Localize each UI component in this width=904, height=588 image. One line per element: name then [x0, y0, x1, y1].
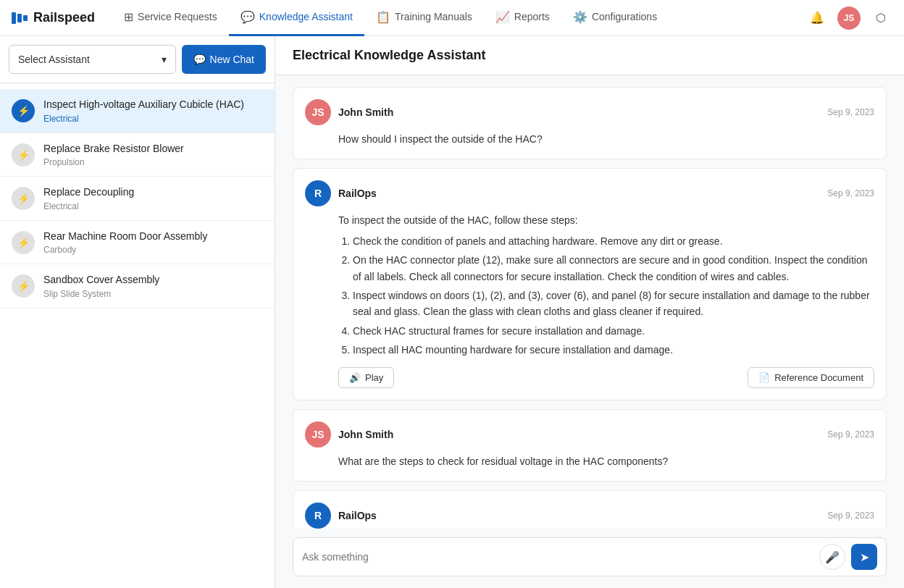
chevron-down-icon: ▾: [162, 54, 167, 65]
sidebar-item-5[interactable]: ⚡ Sandbox Cover Assembly Slip Slide Syst…: [0, 264, 275, 308]
nav-actions: 🔔 JS ⬡: [805, 7, 892, 30]
sidebar-list: ⚡ Inspect High-voltage Auxiliary Cubicle…: [0, 83, 275, 588]
nav-service-requests-label: Service Requests: [138, 11, 217, 22]
message-sender-2: R RailOps: [305, 180, 377, 206]
new-chat-button[interactable]: 💬 New Chat: [182, 45, 266, 74]
nav-knowledge-assistant[interactable]: 💬 Knowledge Assistant: [229, 0, 364, 36]
message-date-1: Sep 9, 2023: [827, 107, 874, 117]
reference-doc-button-1[interactable]: 📄 Reference Document: [748, 367, 874, 388]
sidebar-item-2[interactable]: ⚡ Replace Brake Resistor Blower Propulsi…: [0, 133, 275, 177]
user-avatar[interactable]: JS: [837, 7, 861, 30]
new-chat-label: New Chat: [210, 54, 254, 65]
bot-avatar-1: R: [305, 180, 331, 206]
sender-name-1: John Smith: [338, 106, 393, 118]
configurations-icon: ⚙️: [573, 10, 587, 24]
ref-doc-label-1: Reference Document: [774, 372, 863, 383]
sidebar: Select Assistant ▾ 💬 New Chat ⚡ Inspect …: [0, 36, 275, 588]
message-header-2: R RailOps Sep 9, 2023: [305, 180, 874, 206]
message-text-2: To inspect the outside of the HAC, follo…: [338, 212, 874, 358]
message-header-1: JS John Smith Sep 9, 2023: [305, 99, 874, 125]
message-sender-1: JS John Smith: [305, 99, 393, 125]
sidebar-item-content-5: Sandbox Cover Assembly Slip Slide System: [43, 273, 263, 299]
sidebar-item-content-3: Replace Decoupling Electrical: [43, 185, 263, 211]
bot-list-item-1-1: Check the condition of panels and attach…: [353, 233, 874, 249]
message-text-1: How should I inspect the outside of the …: [338, 131, 874, 147]
message-date-2: Sep 9, 2023: [827, 188, 874, 198]
sidebar-item-subtitle-1: Electrical: [43, 114, 263, 124]
nav-configurations[interactable]: ⚙️ Configurations: [561, 0, 669, 36]
sidebar-item-title-4: Rear Machine Room Door Assembly: [43, 230, 263, 244]
brand-name: Railspeed: [33, 10, 95, 25]
sidebar-item-title-1: Inspect High-voltage Auxiliary Cubicle (…: [43, 98, 263, 112]
sidebar-item-icon-3: ⚡: [12, 187, 35, 210]
chat-input[interactable]: [302, 551, 813, 563]
sidebar-item-subtitle-2: Propulsion: [43, 157, 263, 167]
message-header-4: R RailOps Sep 9, 2023: [305, 503, 874, 529]
message-date-3: Sep 9, 2023: [827, 429, 874, 440]
sidebar-header: Select Assistant ▾ 💬 New Chat: [0, 36, 275, 83]
microphone-button[interactable]: 🎤: [819, 544, 845, 570]
user-avatar-1: JS: [305, 99, 331, 125]
chat-messages: JS John Smith Sep 9, 2023 How should I i…: [275, 75, 904, 529]
nav-service-requests[interactable]: ⊞ Service Requests: [112, 0, 229, 36]
chat-area: Electrical Knowledge Assistant JS John S…: [275, 36, 904, 588]
brand-logo[interactable]: Railspeed: [12, 10, 95, 25]
message-date-4: Sep 9, 2023: [827, 511, 874, 521]
nav-reports-label: Reports: [514, 11, 550, 22]
sidebar-item-icon-1: ⚡: [12, 99, 35, 122]
logo-icon: [12, 12, 28, 24]
message-bot-1: R RailOps Sep 9, 2023 To inspect the out…: [293, 168, 887, 400]
top-navigation: Railspeed ⊞ Service Requests 💬 Knowledge…: [0, 0, 904, 36]
nav-knowledge-assistant-label: Knowledge Assistant: [259, 11, 353, 22]
sender-name-3: John Smith: [338, 429, 393, 440]
knowledge-assistant-icon: 💬: [240, 10, 255, 24]
play-label-1: Play: [365, 372, 383, 383]
sidebar-item-content-2: Replace Brake Resistor Blower Propulsion: [43, 142, 263, 168]
bot-list-item-1-3: Inspect windows on doors (1), (2), and (…: [353, 287, 874, 320]
chat-input-area: 🎤 ➤: [275, 529, 904, 588]
nav-configurations-label: Configurations: [592, 11, 657, 22]
nav-training-manuals-label: Training Manuals: [395, 11, 472, 22]
bot-list-item-1-2: On the HAC connector plate (12), make su…: [353, 252, 874, 285]
message-text-3: What are the steps to check for residual…: [338, 453, 874, 469]
send-button[interactable]: ➤: [851, 544, 877, 570]
message-user-2: JS John Smith Sep 9, 2023 What are the s…: [293, 409, 887, 482]
bot-avatar-2: R: [305, 503, 331, 529]
message-actions-1: 🔊 Play 📄 Reference Document: [338, 367, 874, 388]
message-bot-2: R RailOps Sep 9, 2023 To check for resid…: [293, 490, 887, 529]
sidebar-item-title-2: Replace Brake Resistor Blower: [43, 142, 263, 156]
select-assistant-dropdown[interactable]: Select Assistant ▾: [9, 45, 176, 74]
chat-input-wrapper: 🎤 ➤: [293, 537, 887, 576]
service-requests-icon: ⊞: [124, 10, 133, 24]
play-button-1[interactable]: 🔊 Play: [338, 367, 394, 388]
sidebar-item-content-4: Rear Machine Room Door Assembly Carbody: [43, 230, 263, 256]
sidebar-item-subtitle-3: Electrical: [43, 201, 263, 211]
new-chat-icon: 💬: [193, 54, 206, 65]
sidebar-item-icon-5: ⚡: [12, 274, 35, 298]
sender-name-4: RailOps: [338, 510, 377, 521]
sidebar-item-1[interactable]: ⚡ Inspect High-voltage Auxiliary Cubicle…: [0, 89, 275, 133]
main-layout: Select Assistant ▾ 💬 New Chat ⚡ Inspect …: [0, 36, 904, 588]
sidebar-item-subtitle-4: Carbody: [43, 245, 263, 255]
send-icon: ➤: [860, 550, 869, 564]
sidebar-item-content-1: Inspect High-voltage Auxiliary Cubicle (…: [43, 98, 263, 124]
bot-intro-1: To inspect the outside of the HAC, follo…: [338, 214, 578, 226]
nav-reports[interactable]: 📈 Reports: [484, 0, 561, 36]
nav-training-manuals[interactable]: 📋 Training Manuals: [364, 0, 484, 36]
sidebar-item-icon-4: ⚡: [12, 231, 35, 254]
bot-list-item-1-4: Check HAC structural frames for secure i…: [353, 323, 874, 339]
sender-name-2: RailOps: [338, 188, 377, 199]
sidebar-item-3[interactable]: ⚡ Replace Decoupling Electrical: [0, 177, 275, 221]
chat-header: Electrical Knowledge Assistant: [275, 36, 904, 75]
sidebar-item-title-5: Sandbox Cover Assembly: [43, 273, 263, 287]
user-avatar-2: JS: [305, 421, 331, 448]
logout-button[interactable]: ⬡: [869, 7, 892, 30]
sidebar-item-4[interactable]: ⚡ Rear Machine Room Door Assembly Carbod…: [0, 221, 275, 265]
sidebar-item-title-3: Replace Decoupling: [43, 185, 263, 200]
sidebar-item-subtitle-5: Slip Slide System: [43, 289, 263, 299]
message-sender-3: JS John Smith: [305, 421, 393, 448]
message-header-3: JS John Smith Sep 9, 2023: [305, 421, 874, 448]
chat-title: Electrical Knowledge Assistant: [293, 48, 485, 62]
notifications-button[interactable]: 🔔: [805, 7, 829, 30]
message-user-1: JS John Smith Sep 9, 2023 How should I i…: [293, 87, 887, 159]
